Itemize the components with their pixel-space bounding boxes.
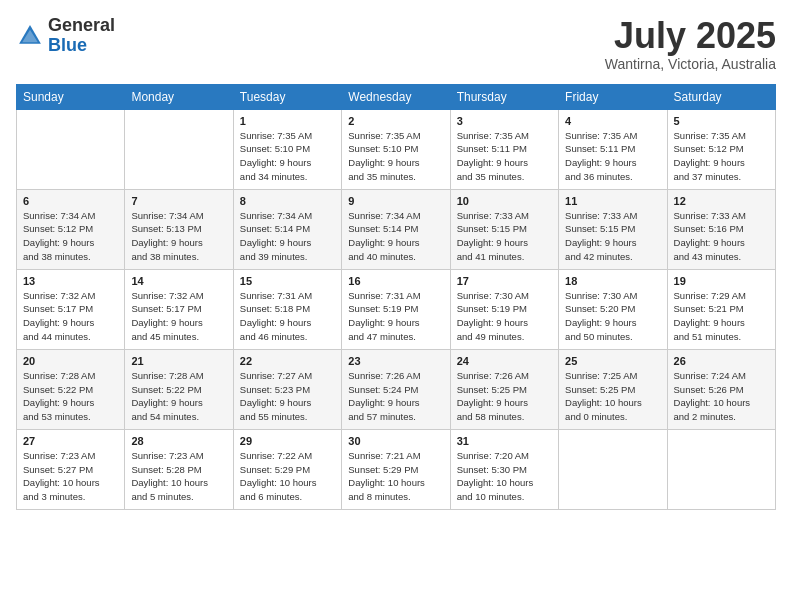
logo-text: General Blue bbox=[48, 16, 115, 56]
calendar-cell: 1Sunrise: 7:35 AM Sunset: 5:10 PM Daylig… bbox=[233, 109, 341, 189]
calendar-cell bbox=[559, 429, 667, 509]
calendar-cell bbox=[667, 429, 775, 509]
day-number: 15 bbox=[240, 275, 335, 287]
day-info: Sunrise: 7:23 AM Sunset: 5:27 PM Dayligh… bbox=[23, 449, 118, 504]
day-number: 26 bbox=[674, 355, 769, 367]
day-info: Sunrise: 7:34 AM Sunset: 5:14 PM Dayligh… bbox=[240, 209, 335, 264]
logo-blue: Blue bbox=[48, 35, 87, 55]
calendar-day-header: Friday bbox=[559, 84, 667, 109]
day-number: 17 bbox=[457, 275, 552, 287]
day-info: Sunrise: 7:35 AM Sunset: 5:12 PM Dayligh… bbox=[674, 129, 769, 184]
day-info: Sunrise: 7:33 AM Sunset: 5:16 PM Dayligh… bbox=[674, 209, 769, 264]
day-number: 18 bbox=[565, 275, 660, 287]
calendar-header-row: SundayMondayTuesdayWednesdayThursdayFrid… bbox=[17, 84, 776, 109]
calendar-cell: 14Sunrise: 7:32 AM Sunset: 5:17 PM Dayli… bbox=[125, 269, 233, 349]
day-info: Sunrise: 7:23 AM Sunset: 5:28 PM Dayligh… bbox=[131, 449, 226, 504]
calendar-week-row: 6Sunrise: 7:34 AM Sunset: 5:12 PM Daylig… bbox=[17, 189, 776, 269]
calendar-cell: 24Sunrise: 7:26 AM Sunset: 5:25 PM Dayli… bbox=[450, 349, 558, 429]
calendar-cell: 28Sunrise: 7:23 AM Sunset: 5:28 PM Dayli… bbox=[125, 429, 233, 509]
day-info: Sunrise: 7:35 AM Sunset: 5:11 PM Dayligh… bbox=[457, 129, 552, 184]
day-info: Sunrise: 7:35 AM Sunset: 5:10 PM Dayligh… bbox=[348, 129, 443, 184]
calendar-cell: 26Sunrise: 7:24 AM Sunset: 5:26 PM Dayli… bbox=[667, 349, 775, 429]
location: Wantirna, Victoria, Australia bbox=[605, 56, 776, 72]
calendar-cell: 16Sunrise: 7:31 AM Sunset: 5:19 PM Dayli… bbox=[342, 269, 450, 349]
calendar-cell: 9Sunrise: 7:34 AM Sunset: 5:14 PM Daylig… bbox=[342, 189, 450, 269]
day-info: Sunrise: 7:35 AM Sunset: 5:11 PM Dayligh… bbox=[565, 129, 660, 184]
calendar-cell: 10Sunrise: 7:33 AM Sunset: 5:15 PM Dayli… bbox=[450, 189, 558, 269]
calendar-day-header: Tuesday bbox=[233, 84, 341, 109]
day-number: 22 bbox=[240, 355, 335, 367]
calendar-cell: 7Sunrise: 7:34 AM Sunset: 5:13 PM Daylig… bbox=[125, 189, 233, 269]
day-number: 31 bbox=[457, 435, 552, 447]
day-info: Sunrise: 7:32 AM Sunset: 5:17 PM Dayligh… bbox=[131, 289, 226, 344]
calendar-day-header: Monday bbox=[125, 84, 233, 109]
day-number: 28 bbox=[131, 435, 226, 447]
day-info: Sunrise: 7:28 AM Sunset: 5:22 PM Dayligh… bbox=[23, 369, 118, 424]
day-number: 8 bbox=[240, 195, 335, 207]
day-number: 27 bbox=[23, 435, 118, 447]
calendar-cell: 8Sunrise: 7:34 AM Sunset: 5:14 PM Daylig… bbox=[233, 189, 341, 269]
day-info: Sunrise: 7:34 AM Sunset: 5:12 PM Dayligh… bbox=[23, 209, 118, 264]
page-header: General Blue July 2025 Wantirna, Victori… bbox=[16, 16, 776, 72]
calendar-day-header: Wednesday bbox=[342, 84, 450, 109]
day-number: 21 bbox=[131, 355, 226, 367]
day-info: Sunrise: 7:28 AM Sunset: 5:22 PM Dayligh… bbox=[131, 369, 226, 424]
month-year: July 2025 bbox=[605, 16, 776, 56]
day-info: Sunrise: 7:31 AM Sunset: 5:19 PM Dayligh… bbox=[348, 289, 443, 344]
calendar-cell: 27Sunrise: 7:23 AM Sunset: 5:27 PM Dayli… bbox=[17, 429, 125, 509]
calendar-week-row: 27Sunrise: 7:23 AM Sunset: 5:27 PM Dayli… bbox=[17, 429, 776, 509]
calendar-cell: 23Sunrise: 7:26 AM Sunset: 5:24 PM Dayli… bbox=[342, 349, 450, 429]
day-info: Sunrise: 7:25 AM Sunset: 5:25 PM Dayligh… bbox=[565, 369, 660, 424]
calendar-cell: 25Sunrise: 7:25 AM Sunset: 5:25 PM Dayli… bbox=[559, 349, 667, 429]
day-number: 29 bbox=[240, 435, 335, 447]
day-number: 4 bbox=[565, 115, 660, 127]
day-info: Sunrise: 7:34 AM Sunset: 5:13 PM Dayligh… bbox=[131, 209, 226, 264]
day-number: 14 bbox=[131, 275, 226, 287]
calendar-cell: 20Sunrise: 7:28 AM Sunset: 5:22 PM Dayli… bbox=[17, 349, 125, 429]
calendar-cell: 30Sunrise: 7:21 AM Sunset: 5:29 PM Dayli… bbox=[342, 429, 450, 509]
day-number: 24 bbox=[457, 355, 552, 367]
day-number: 1 bbox=[240, 115, 335, 127]
day-info: Sunrise: 7:34 AM Sunset: 5:14 PM Dayligh… bbox=[348, 209, 443, 264]
day-info: Sunrise: 7:30 AM Sunset: 5:19 PM Dayligh… bbox=[457, 289, 552, 344]
day-info: Sunrise: 7:27 AM Sunset: 5:23 PM Dayligh… bbox=[240, 369, 335, 424]
day-info: Sunrise: 7:22 AM Sunset: 5:29 PM Dayligh… bbox=[240, 449, 335, 504]
calendar-cell: 2Sunrise: 7:35 AM Sunset: 5:10 PM Daylig… bbox=[342, 109, 450, 189]
day-info: Sunrise: 7:20 AM Sunset: 5:30 PM Dayligh… bbox=[457, 449, 552, 504]
calendar-cell: 13Sunrise: 7:32 AM Sunset: 5:17 PM Dayli… bbox=[17, 269, 125, 349]
calendar-day-header: Saturday bbox=[667, 84, 775, 109]
logo: General Blue bbox=[16, 16, 115, 56]
calendar-cell: 15Sunrise: 7:31 AM Sunset: 5:18 PM Dayli… bbox=[233, 269, 341, 349]
day-info: Sunrise: 7:35 AM Sunset: 5:10 PM Dayligh… bbox=[240, 129, 335, 184]
calendar-cell: 18Sunrise: 7:30 AM Sunset: 5:20 PM Dayli… bbox=[559, 269, 667, 349]
calendar-cell: 17Sunrise: 7:30 AM Sunset: 5:19 PM Dayli… bbox=[450, 269, 558, 349]
title-block: July 2025 Wantirna, Victoria, Australia bbox=[605, 16, 776, 72]
calendar-cell bbox=[17, 109, 125, 189]
calendar-cell: 6Sunrise: 7:34 AM Sunset: 5:12 PM Daylig… bbox=[17, 189, 125, 269]
calendar-cell: 5Sunrise: 7:35 AM Sunset: 5:12 PM Daylig… bbox=[667, 109, 775, 189]
day-info: Sunrise: 7:29 AM Sunset: 5:21 PM Dayligh… bbox=[674, 289, 769, 344]
calendar-cell bbox=[125, 109, 233, 189]
calendar-week-row: 20Sunrise: 7:28 AM Sunset: 5:22 PM Dayli… bbox=[17, 349, 776, 429]
calendar-cell: 12Sunrise: 7:33 AM Sunset: 5:16 PM Dayli… bbox=[667, 189, 775, 269]
calendar-cell: 29Sunrise: 7:22 AM Sunset: 5:29 PM Dayli… bbox=[233, 429, 341, 509]
day-number: 25 bbox=[565, 355, 660, 367]
day-number: 5 bbox=[674, 115, 769, 127]
calendar-day-header: Sunday bbox=[17, 84, 125, 109]
day-info: Sunrise: 7:26 AM Sunset: 5:24 PM Dayligh… bbox=[348, 369, 443, 424]
calendar-cell: 11Sunrise: 7:33 AM Sunset: 5:15 PM Dayli… bbox=[559, 189, 667, 269]
day-number: 20 bbox=[23, 355, 118, 367]
day-number: 12 bbox=[674, 195, 769, 207]
calendar-cell: 19Sunrise: 7:29 AM Sunset: 5:21 PM Dayli… bbox=[667, 269, 775, 349]
day-number: 13 bbox=[23, 275, 118, 287]
calendar-week-row: 1Sunrise: 7:35 AM Sunset: 5:10 PM Daylig… bbox=[17, 109, 776, 189]
day-info: Sunrise: 7:33 AM Sunset: 5:15 PM Dayligh… bbox=[565, 209, 660, 264]
day-info: Sunrise: 7:32 AM Sunset: 5:17 PM Dayligh… bbox=[23, 289, 118, 344]
day-info: Sunrise: 7:31 AM Sunset: 5:18 PM Dayligh… bbox=[240, 289, 335, 344]
day-number: 2 bbox=[348, 115, 443, 127]
logo-icon bbox=[16, 22, 44, 50]
day-info: Sunrise: 7:21 AM Sunset: 5:29 PM Dayligh… bbox=[348, 449, 443, 504]
calendar-cell: 22Sunrise: 7:27 AM Sunset: 5:23 PM Dayli… bbox=[233, 349, 341, 429]
day-info: Sunrise: 7:30 AM Sunset: 5:20 PM Dayligh… bbox=[565, 289, 660, 344]
day-info: Sunrise: 7:26 AM Sunset: 5:25 PM Dayligh… bbox=[457, 369, 552, 424]
